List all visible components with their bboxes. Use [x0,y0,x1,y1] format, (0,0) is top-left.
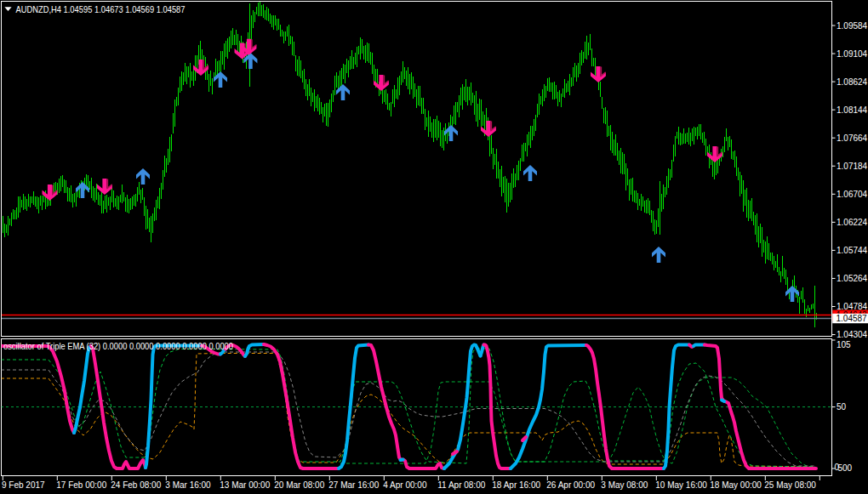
svg-text:105: 105 [837,340,851,349]
svg-text:10 May 16:00: 10 May 16:00 [655,480,707,490]
svg-text:1.08144: 1.08144 [837,105,868,115]
svg-text:17 Feb 00:00: 17 Feb 00:00 [56,480,106,490]
svg-text:1.08624: 1.08624 [837,77,868,87]
svg-text:1.07184: 1.07184 [837,162,868,171]
svg-text:13 Mar 00:00: 13 Mar 00:00 [220,480,270,490]
svg-text:50: 50 [837,402,847,412]
svg-text:26 Apr 00:00: 26 Apr 00:00 [546,480,595,490]
svg-text:25 May 08:00: 25 May 08:00 [764,480,816,490]
svg-text:4 Apr 00:00: 4 Apr 00:00 [383,480,427,490]
svg-text:18 May 00:00: 18 May 00:00 [710,480,762,490]
svg-text:1.04304: 1.04304 [837,330,868,339]
svg-text:1.09584: 1.09584 [837,21,868,31]
svg-text:1.04587: 1.04587 [837,314,868,323]
svg-text:24 Feb 08:00: 24 Feb 08:00 [111,480,161,490]
svg-text:oscillator of Triple EMA (32): oscillator of Triple EMA (32) 0.0000 0.0… [3,342,233,351]
svg-text:1.07664: 1.07664 [837,133,868,143]
svg-text:1.09104: 1.09104 [837,49,868,59]
svg-text:500: 500 [838,463,853,473]
svg-text:1.05264: 1.05264 [837,274,868,283]
svg-text:1.06704: 1.06704 [837,190,868,199]
svg-text:1.05744: 1.05744 [837,246,868,255]
svg-text:AUDNZD,H4 1.04595 1.04673 1.0: AUDNZD,H4 1.04595 1.04673 1.04569 1.0458… [16,4,186,14]
svg-text:20 Mar 08:00: 20 Mar 08:00 [274,480,324,490]
svg-text:11 Apr 08:00: 11 Apr 08:00 [437,480,485,490]
svg-text:27 Mar 16:00: 27 Mar 16:00 [328,480,379,490]
svg-text:9 Feb 2017: 9 Feb 2017 [2,480,45,490]
svg-text:18 Apr 16:00: 18 Apr 16:00 [492,480,540,490]
svg-text:3 Mar 16:00: 3 Mar 16:00 [165,480,211,490]
svg-text:1.06224: 1.06224 [837,218,868,227]
svg-text:3 May 08:00: 3 May 08:00 [601,480,648,490]
